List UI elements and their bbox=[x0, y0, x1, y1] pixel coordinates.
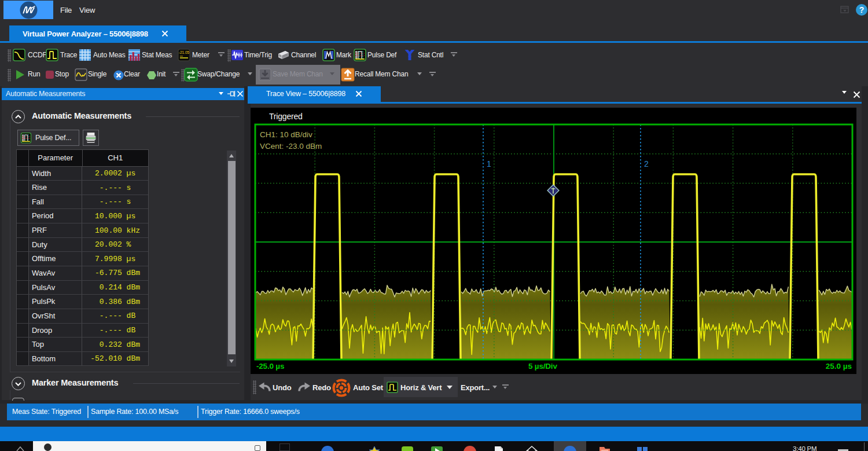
svg-text:CH1: 10 dB/div: CH1: 10 dB/div bbox=[260, 130, 312, 139]
svg-text:2: 2 bbox=[644, 159, 649, 168]
svg-text:VCent: -23.0 dBm: VCent: -23.0 dBm bbox=[260, 142, 322, 151]
svg-text:1: 1 bbox=[487, 159, 491, 168]
svg-text:-21.05: -21.05 bbox=[179, 50, 190, 54]
